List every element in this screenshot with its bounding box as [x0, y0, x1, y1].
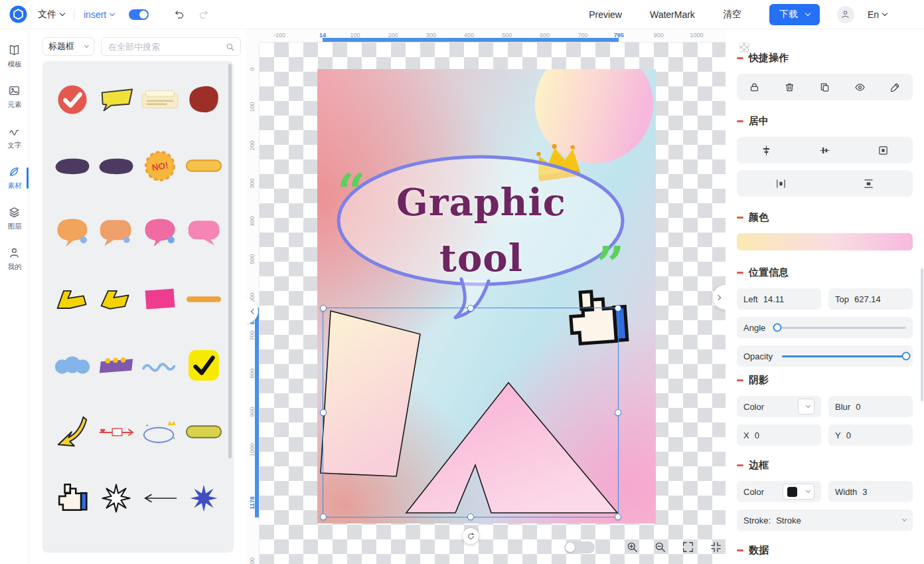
- undo-button[interactable]: [171, 7, 187, 23]
- sticker-squiggle-blue[interactable]: [139, 335, 181, 396]
- sticker-banner-purple[interactable]: [96, 335, 137, 396]
- border-color-dropdown[interactable]: [783, 484, 814, 500]
- sidebar-item-text[interactable]: 文字: [0, 117, 29, 157]
- preview-button[interactable]: Preview: [589, 9, 622, 20]
- angle-slider-knob[interactable]: [773, 324, 782, 332]
- blur-input[interactable]: Blur0: [828, 396, 913, 417]
- section-position: 位置信息: [737, 266, 913, 279]
- sidebar-item-template[interactable]: 模板: [0, 36, 29, 76]
- sticker-speech-pink[interactable]: [139, 202, 181, 263]
- border-color-select[interactable]: Color: [737, 481, 821, 502]
- sticker-cloud-blue[interactable]: [52, 335, 93, 396]
- sticker-rect-pink[interactable]: [139, 268, 181, 329]
- sticker-banner-cream[interactable]: [139, 69, 181, 130]
- fit-screen-icon[interactable]: [708, 539, 724, 555]
- panel-scrollbar-right[interactable]: [921, 268, 923, 401]
- sticker-pill-olive[interactable]: [183, 401, 224, 462]
- selection-handle-top-left[interactable]: [320, 305, 327, 312]
- sticker-arrow-left[interactable]: [139, 468, 181, 529]
- user-avatar[interactable]: [837, 6, 854, 23]
- topbar-toggle[interactable]: [129, 9, 149, 20]
- sidebar-item-layers[interactable]: 图层: [0, 198, 29, 238]
- ruler-horizontal: -100100200300400500600700900100014795: [246, 29, 726, 43]
- shadow-y-input[interactable]: Y0: [828, 424, 913, 446]
- zoom-controls: [624, 539, 724, 555]
- selection-handle-middle-left[interactable]: [320, 409, 327, 416]
- sticker-arrow-yellow2[interactable]: [96, 268, 137, 329]
- properties-panel: 快捷操作 居中 颜色 位置信息 Left14.11 Top627.14 Angl…: [726, 29, 924, 564]
- angle-slider-track[interactable]: [775, 327, 906, 329]
- sticker-speech-orange2[interactable]: [96, 202, 137, 263]
- sticker-bar-orange[interactable]: [183, 268, 224, 329]
- sticker-line-red[interactable]: [96, 401, 137, 462]
- visibility-icon[interactable]: [852, 79, 868, 95]
- clear-button[interactable]: 清空: [723, 9, 741, 21]
- file-menu[interactable]: 文件: [38, 9, 64, 21]
- stroke-select[interactable]: Stroke:Stroke: [737, 510, 913, 531]
- sticker-blob-purple2[interactable]: [96, 136, 137, 197]
- section-data: 数据: [737, 544, 913, 557]
- sticker-speech-orange[interactable]: [52, 202, 93, 263]
- search-input[interactable]: [108, 42, 225, 52]
- sticker-blob-purple[interactable]: [52, 136, 93, 197]
- border-width-input[interactable]: Width3: [828, 481, 913, 502]
- download-button[interactable]: 下载: [769, 4, 820, 25]
- brush-icon[interactable]: [887, 79, 903, 95]
- sticker-oval-sketch[interactable]: [139, 401, 181, 462]
- sidebar-item-material[interactable]: 素材: [0, 157, 29, 198]
- selection-handle-bottom-right[interactable]: [615, 514, 621, 520]
- shadow-color-select[interactable]: Color: [737, 396, 821, 417]
- sticker-speech-pink2[interactable]: [183, 202, 224, 263]
- selection-handle-top-middle[interactable]: [467, 305, 474, 312]
- zoom-in-icon[interactable]: [624, 539, 641, 555]
- sticker-check-circle[interactable]: [52, 69, 93, 130]
- sticker-burst-blue[interactable]: [183, 468, 224, 529]
- sticker-pill-yellow[interactable]: [183, 136, 224, 197]
- sticker-speech-yellow[interactable]: [96, 69, 137, 130]
- color-gradient-swatch[interactable]: [737, 233, 913, 250]
- opacity-slider-track[interactable]: [782, 355, 906, 357]
- align-vertical-center-icon[interactable]: [758, 142, 774, 158]
- sidebar-item-elements[interactable]: 元素: [0, 76, 29, 117]
- trash-icon[interactable]: [782, 79, 798, 95]
- align-center-icon[interactable]: [876, 142, 891, 158]
- opacity-slider-knob[interactable]: [902, 352, 911, 361]
- selection-handle-top-right[interactable]: [615, 305, 621, 312]
- zoom-out-icon[interactable]: [652, 539, 668, 555]
- selection-box[interactable]: [323, 308, 619, 517]
- panel-scrollbar[interactable]: [228, 64, 232, 458]
- angle-slider[interactable]: Angle: [737, 317, 913, 338]
- category-dropdown[interactable]: 标题框: [42, 37, 94, 56]
- duplicate-icon[interactable]: [817, 79, 833, 95]
- sidebar-item-mine[interactable]: 我的: [0, 238, 29, 279]
- sticker-burst-outline[interactable]: [96, 468, 137, 529]
- distribute-horizontal-icon[interactable]: [773, 175, 789, 191]
- sticker-thumb-pixel[interactable]: [52, 468, 93, 529]
- watermark-button[interactable]: WaterMark: [650, 9, 695, 20]
- selection-handle-bottom-left[interactable]: [320, 514, 327, 520]
- language-menu[interactable]: En: [868, 9, 887, 20]
- distribute-vertical-icon[interactable]: [861, 175, 877, 191]
- sticker-check-yellow[interactable]: [183, 335, 224, 396]
- insert-menu[interactable]: insert: [84, 9, 114, 20]
- sticker-arrow-yellow3[interactable]: [52, 401, 93, 462]
- shadow-color-dropdown[interactable]: [798, 399, 814, 415]
- lock-icon[interactable]: [747, 79, 763, 95]
- app-logo-icon[interactable]: [9, 5, 27, 23]
- canvas-toggle[interactable]: [564, 541, 595, 553]
- left-input[interactable]: Left14.11: [737, 288, 821, 310]
- fullscreen-icon[interactable]: [680, 539, 696, 555]
- sticker-arrow-yellow[interactable]: [52, 268, 93, 329]
- selection-handle-bottom-middle[interactable]: [467, 514, 474, 520]
- search-box[interactable]: [101, 37, 241, 56]
- rotate-handle[interactable]: [463, 528, 479, 544]
- redo-button[interactable]: [195, 7, 211, 23]
- shadow-x-input[interactable]: X0: [737, 424, 821, 446]
- selection-handle-middle-right[interactable]: [615, 409, 621, 416]
- opacity-slider[interactable]: Opacity: [737, 345, 913, 367]
- align-horizontal-center-icon[interactable]: [816, 142, 832, 158]
- sticker-badge-no[interactable]: NO!: [139, 136, 181, 197]
- top-input[interactable]: Top627.14: [828, 288, 913, 310]
- layers-icon: [8, 206, 21, 219]
- sticker-blob-red[interactable]: [183, 69, 224, 130]
